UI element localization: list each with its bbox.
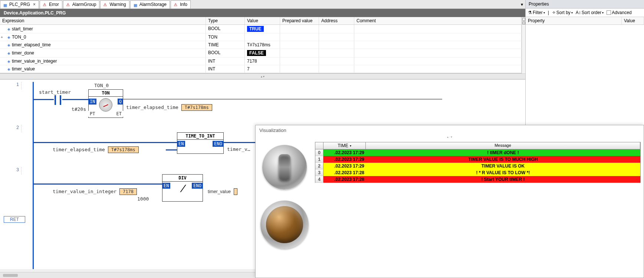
var-value[interactable]: FALSE (245, 49, 280, 57)
variable-row[interactable]: ◈timer_doneBOOLFALSE (0, 49, 522, 57)
var-comment (354, 33, 522, 41)
tab-label: AlarmStorage (139, 2, 167, 7)
div-block[interactable]: DIV / EN ENO (162, 174, 203, 202)
sortorder-button[interactable]: A↕Sort order ▾ (576, 10, 604, 15)
variables-table: Expression Type Value Prepared value Add… (0, 17, 522, 73)
rung-number: 1 (0, 82, 22, 89)
var-type: INT (206, 57, 245, 65)
variable-row[interactable]: ◈start_timerBOOLTRUE (0, 25, 522, 33)
alarm-row[interactable]: 4.02.2023 17:28! Start YOUR tIMER ! (315, 176, 640, 183)
var-prepared[interactable] (280, 49, 319, 57)
alarm-row[interactable]: 2.02.2023 17:29TIMER VALUE IS OK (315, 163, 640, 169)
alarm-message: TIMER VALUE IS TO MUCH HIGH (366, 156, 640, 163)
col-time[interactable]: TIME ▾ (323, 142, 366, 149)
alarm-index: 1 (315, 156, 323, 163)
block-instance-name: TON_0 (94, 83, 109, 88)
col-type[interactable]: Type (206, 17, 245, 24)
variable-row[interactable]: ◈timer_value_in_integerINT7178 (0, 57, 522, 65)
ton-block[interactable]: TON IN Q PT ET (88, 89, 123, 118)
var-type: TON (206, 33, 245, 41)
alarm-table: TIME ▾ Message 0.02.2023 17:29! tIMER dO… (315, 142, 641, 183)
expand-icon[interactable]: + (1, 35, 5, 39)
output-label: timer_v… (227, 146, 250, 152)
col-index[interactable] (315, 142, 323, 149)
et-output-label: timer_elapsed_time (126, 105, 178, 110)
advanced-toggle[interactable]: Advanced (607, 10, 631, 15)
alarm-time: .02.2023 17:29 (323, 163, 366, 169)
rotary-switch[interactable] (262, 145, 307, 189)
var-name: timer_done (12, 50, 34, 56)
variable-row[interactable]: +◈TON_0TON (0, 33, 522, 41)
col-value[interactable]: Value (622, 17, 644, 24)
contact-start-timer[interactable] (54, 95, 62, 105)
indicator-lamp[interactable] (260, 201, 309, 249)
var-name: timer_elapsed_time (12, 42, 51, 47)
var-name: timer_value_in_integer (12, 59, 57, 64)
box-icon (3, 3, 8, 6)
var-value[interactable] (245, 33, 280, 41)
alarm-message: ! tIMER dONE ! (366, 149, 640, 156)
var-prepared[interactable] (280, 41, 319, 49)
tab-alarmgroup[interactable]: AlarmGroup (63, 0, 100, 9)
var-prepared[interactable] (280, 25, 319, 33)
alarm-row[interactable]: 0.02.2023 17:29! tIMER dONE ! (315, 149, 640, 156)
tab-plc_prg[interactable]: PLC_PRG× (0, 0, 39, 9)
tab-error[interactable]: Error (40, 0, 62, 9)
var-icon: ◈ (7, 51, 10, 55)
col-comment[interactable]: Comment (354, 17, 522, 24)
var-value[interactable]: 7178 (245, 57, 280, 65)
rung-number: 3 (0, 167, 22, 175)
alarm-row[interactable]: 1.02.2023 17:29TIMER VALUE IS TO MUCH HI… (315, 156, 640, 163)
side-icon[interactable] (522, 21, 525, 24)
col-prepared[interactable]: Prepared value (280, 17, 319, 24)
var-value[interactable]: TRUE (245, 25, 280, 33)
viz-splitter[interactable]: ▴ · ▾ (256, 135, 644, 140)
sort-icon: ✧ (552, 10, 556, 15)
var-icon: ◈ (7, 35, 10, 39)
filter-button[interactable]: ⚗ Filter ▾ (528, 10, 545, 15)
variable-row[interactable]: ◈timer_valueINT7 (0, 65, 522, 73)
col-message[interactable]: Message (366, 142, 640, 149)
var-name: TON_0 (12, 34, 26, 40)
horizontal-splitter[interactable]: ▴ ▾ (0, 73, 525, 79)
horizontal-scrollbar[interactable] (0, 272, 255, 278)
alarm-message: ! * R VALUE IS TO LOW *! (366, 169, 640, 176)
variable-row[interactable]: ◈timer_elapsed_timeTIMET#7s178ms (0, 41, 522, 49)
alarm-row[interactable]: 3.02.2023 17:28! * R VALUE IS TO LOW *! (315, 169, 640, 176)
close-icon[interactable]: × (33, 2, 36, 7)
et-output: timer_elapsed_time T#7s178ms (126, 104, 212, 111)
tab-label: Error (49, 2, 59, 7)
warn-icon (43, 3, 47, 6)
var-value[interactable]: T#7s178ms (245, 41, 280, 49)
time-to-int-block[interactable]: TIME_TO_INT EN ENO (177, 132, 224, 154)
visualization-window[interactable]: Visualization ▴ · ▾ TIME ▾ Message 0.02.… (255, 125, 644, 278)
var-address (319, 25, 354, 33)
var-value[interactable]: 7 (245, 65, 280, 73)
sortby-button[interactable]: ✧ Sort by ▾ (552, 10, 573, 15)
tab-alarmstorage[interactable]: AlarmStorage (130, 0, 170, 9)
col-value[interactable]: Value (245, 17, 280, 24)
col-expression[interactable]: Expression (0, 17, 206, 24)
var-prepared[interactable] (280, 57, 319, 65)
tabs-dropdown[interactable]: ▾ (521, 2, 523, 7)
tab-info[interactable]: Info (171, 0, 191, 9)
var-comment (354, 49, 522, 57)
filter-icon: ⚗ (528, 10, 532, 15)
warn-icon (66, 3, 71, 6)
ret-marker: RET (4, 216, 25, 223)
table-side-controls[interactable] (522, 17, 525, 73)
var-prepared[interactable] (280, 65, 319, 73)
rung-number: 2 (0, 125, 22, 132)
col-property[interactable]: Property (526, 17, 622, 24)
side-icon[interactable] (522, 18, 525, 21)
const-input: 1000 (137, 196, 149, 202)
tab-warning[interactable]: Warning (100, 0, 129, 9)
block-type: TON (89, 90, 123, 97)
col-address[interactable]: Address (319, 17, 354, 24)
alarm-index: 0 (315, 149, 323, 156)
var-prepared[interactable] (280, 33, 319, 41)
port-en: EN (162, 183, 170, 189)
breadcrumb: Device.Application.PLC_PRG (0, 9, 525, 17)
var-icon: ◈ (7, 67, 10, 71)
var-type: BOOL (206, 25, 245, 33)
